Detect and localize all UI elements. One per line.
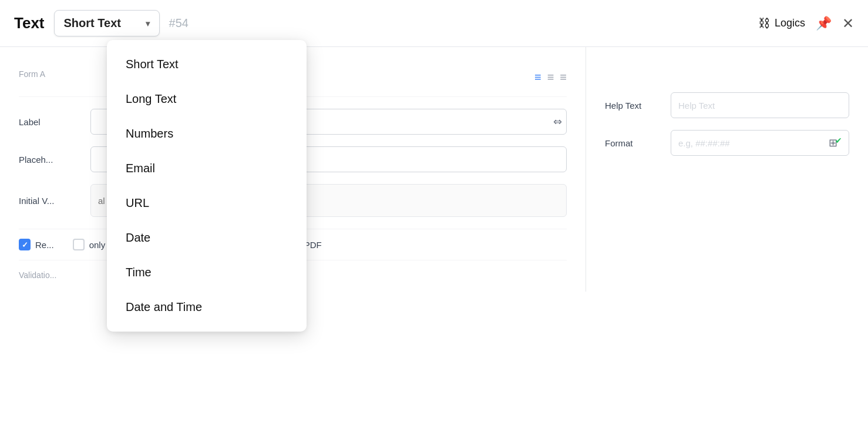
format-input-wrapper: ⊞ ✔ [671,130,849,156]
dropdown-item-short-text[interactable]: Short Text [107,47,307,82]
logics-label: Logics [775,17,805,29]
dropdown-selected-label: Short Text [64,16,121,30]
placeholder-field-label: Placeh... [19,155,83,165]
dropdown-item-date[interactable]: Date [107,220,307,255]
help-text-row: Help Text [605,92,849,118]
align-left-icon[interactable]: ≡ [534,71,541,84]
required-checkbox-item: Re... [19,239,54,250]
type-dropdown-trigger[interactable]: Short Text ▾ [54,10,160,36]
dropdown-item-date-and-time[interactable]: Date and Time [107,290,307,325]
dropdown-item-email[interactable]: Email [107,151,307,186]
field-id-label: #54 [169,16,189,30]
validation-label: Validatio... [19,270,56,280]
initial-value-label: Initial V... [19,196,83,206]
page-wrapper: Text Short Text ▾ #54 ⛓ Logics 📌 ✕ Form … [0,0,868,428]
field-type-label: Text [14,14,45,32]
logics-button[interactable]: ⛓ Logics [758,16,805,30]
right-panel: Help Text Format ⊞ ✔ [586,47,868,292]
format-label: Format [605,138,664,148]
format-check-icon: ✔ [835,136,842,145]
dropdown-item-url[interactable]: URL [107,186,307,220]
dropdown-item-long-text[interactable]: Long Text [107,82,307,116]
type-dropdown-menu: Short Text Long Text Numbers Email URL D… [107,40,307,332]
pin-icon[interactable]: 📌 [816,16,832,31]
label-field-label: Label [19,117,83,127]
section-title: Form A [19,63,45,79]
close-icon[interactable]: ✕ [842,15,854,32]
align-icons: ≡ ≡ ≡ [534,71,567,84]
format-input[interactable] [671,130,849,156]
align-right-icon[interactable]: ≡ [560,71,567,84]
format-row: Format ⊞ ✔ [605,130,849,156]
align-center-icon[interactable]: ≡ [547,71,554,84]
chevron-down-icon: ▾ [146,19,150,28]
dropdown-item-numbers[interactable]: Numbers [107,116,307,151]
help-text-label: Help Text [605,101,664,111]
help-text-input[interactable] [671,92,849,118]
required-checkbox[interactable] [19,239,31,250]
resize-icon: ⇔ [553,116,562,128]
logics-icon: ⛓ [758,16,770,30]
only-on-form-checkbox[interactable] [73,239,85,250]
format-icon-button[interactable]: ⊞ ✔ [829,136,846,149]
dropdown-item-time[interactable]: Time [107,255,307,290]
label-icon-button[interactable]: ⇔ [553,115,562,128]
header-actions: ⛓ Logics 📌 ✕ [758,15,854,32]
required-label: Re... [35,240,54,250]
